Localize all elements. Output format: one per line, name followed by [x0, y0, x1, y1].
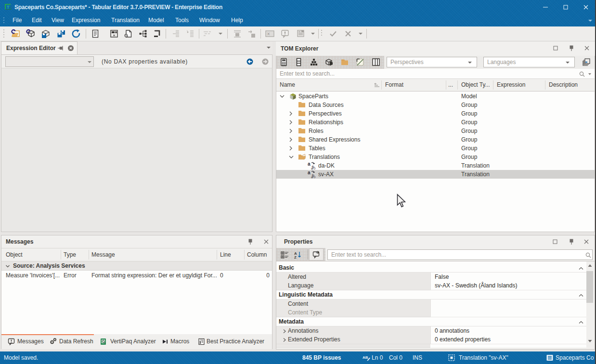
svg-text:AB: AB: [363, 355, 368, 360]
svg-text:i: i: [317, 251, 318, 254]
svg-text:あ: あ: [311, 165, 315, 170]
svg-text:a: a: [308, 170, 311, 175]
svg-text:X: X: [267, 32, 270, 36]
svg-text:T: T: [7, 5, 10, 10]
svg-text:Z: Z: [294, 255, 297, 259]
svg-text:a: a: [308, 162, 311, 167]
svg-text:あ: あ: [311, 173, 315, 179]
